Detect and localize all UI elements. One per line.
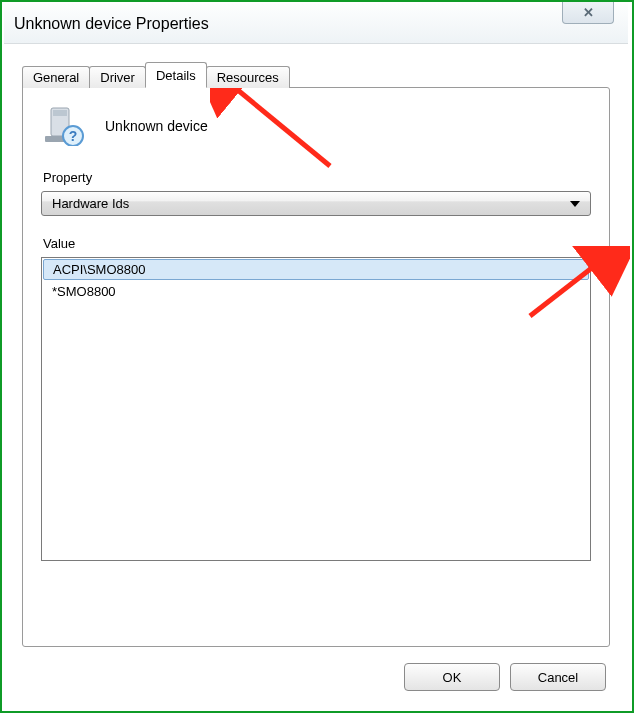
dialog-body: General Driver Details Resources ? Unkno… xyxy=(10,46,622,705)
tab-panel-details: ? Unknown device Property Hardware Ids V… xyxy=(22,87,610,647)
tab-details[interactable]: Details xyxy=(145,62,207,88)
svg-text:?: ? xyxy=(69,128,78,144)
tab-driver[interactable]: Driver xyxy=(89,66,146,88)
value-listbox[interactable]: ACPI\SMO8800 *SMO8800 xyxy=(41,257,591,561)
property-label: Property xyxy=(43,170,591,185)
tab-general[interactable]: General xyxy=(22,66,90,88)
property-dropdown-value: Hardware Ids xyxy=(52,196,129,211)
ok-button[interactable]: OK xyxy=(404,663,500,691)
tab-strip: General Driver Details Resources xyxy=(22,62,289,88)
titlebar: Unknown device Properties ✕ xyxy=(4,4,628,44)
close-icon: ✕ xyxy=(583,5,593,20)
button-row: OK Cancel xyxy=(404,663,606,691)
tab-resources[interactable]: Resources xyxy=(206,66,290,88)
device-icon: ? xyxy=(45,106,85,146)
svg-rect-1 xyxy=(53,110,67,116)
window-title: Unknown device Properties xyxy=(14,15,209,33)
device-header: ? Unknown device xyxy=(45,106,591,146)
list-item[interactable]: *SMO8800 xyxy=(42,281,590,302)
cancel-button[interactable]: Cancel xyxy=(510,663,606,691)
value-label: Value xyxy=(43,236,591,251)
property-dropdown[interactable]: Hardware Ids xyxy=(41,191,591,216)
chevron-down-icon xyxy=(570,201,580,207)
close-button[interactable]: ✕ xyxy=(562,2,614,24)
device-name: Unknown device xyxy=(105,118,208,134)
list-item[interactable]: ACPI\SMO8800 xyxy=(43,259,589,280)
